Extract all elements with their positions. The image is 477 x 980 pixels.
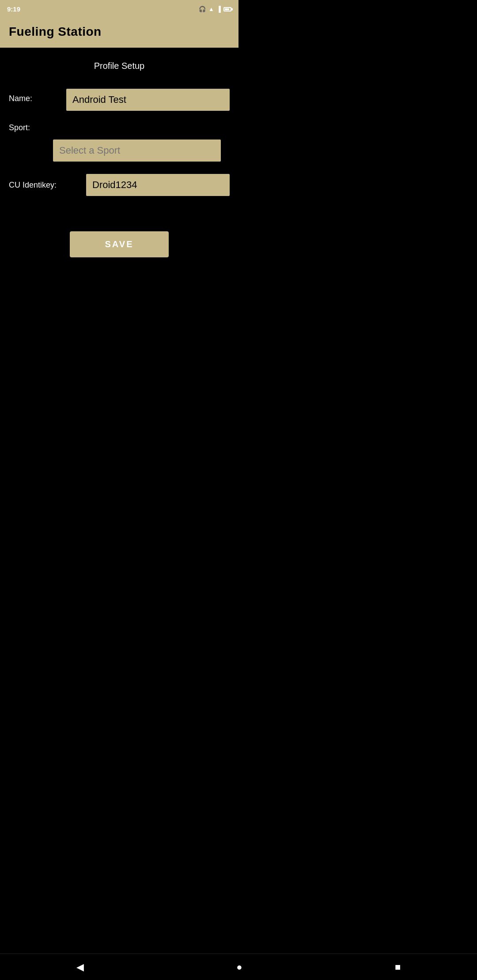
app-title: Fueling Station [9,25,102,38]
save-button-wrapper: SAVE [9,231,230,257]
name-form-group: Name: [9,89,230,111]
app-bar: Fueling Station [0,18,238,48]
main-content: Profile Setup Name: Sport: CU Identikey:… [0,48,238,463]
identikey-label: CU Identikey: [9,181,86,190]
sport-label: Sport: [9,123,230,132]
name-input[interactable] [66,89,230,111]
status-time: 9:19 [7,5,20,13]
sport-input[interactable] [53,139,221,162]
sport-section: Sport: [9,123,230,162]
save-button[interactable]: SAVE [70,231,169,257]
name-label: Name: [9,89,66,103]
battery-icon [223,5,231,13]
sport-input-wrapper [9,139,230,162]
status-icons: 🎧 ▲ ▐ [199,5,231,13]
sim-icon: 🎧 [199,6,206,12]
page-title: Profile Setup [9,61,230,71]
identikey-form-group: CU Identikey: [9,174,230,196]
status-bar: 9:19 🎧 ▲ ▐ [0,0,238,18]
signal-icon: ▐ [217,6,221,12]
identikey-input[interactable] [86,174,230,196]
wifi-icon: ▲ [208,6,214,12]
